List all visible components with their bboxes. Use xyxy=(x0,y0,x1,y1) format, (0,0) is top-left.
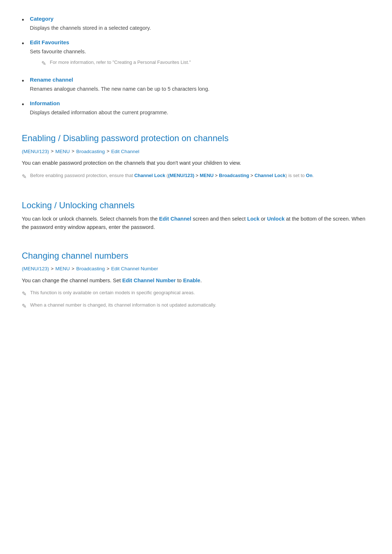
breadcrumb-item-edit-channel-1[interactable]: Edit Channel xyxy=(111,148,139,156)
bullet-content-edit-favourites: Edit Favourites Sets favourite channels.… xyxy=(30,38,370,70)
rename-channel-desc: Renames analogue channels. The new name … xyxy=(30,85,370,93)
section-title-changing-numbers: Changing channel numbers xyxy=(22,249,370,263)
pencil-icon: ✎ xyxy=(22,172,26,181)
breadcrumb-sep: > xyxy=(72,148,74,155)
link-menu123-note[interactable]: (MENU/123) xyxy=(168,173,194,178)
link-enable[interactable]: Enable xyxy=(183,278,200,283)
rename-channel-title[interactable]: Rename channel xyxy=(30,75,370,84)
bullet-dot: • xyxy=(22,99,24,110)
breadcrumb-item-menu123-2[interactable]: (MENU/123) xyxy=(22,265,49,273)
bullet-dot: • xyxy=(22,76,24,86)
bullet-dot: • xyxy=(22,38,24,49)
pencil-icon: ✎ xyxy=(22,289,26,299)
section-title-enable-disable: Enabling / Disabling password protection… xyxy=(22,131,370,145)
category-title[interactable]: Category xyxy=(30,15,370,23)
bullet-list: • Category Displays the channels stored … xyxy=(22,15,370,117)
breadcrumb-item-menu123-1[interactable]: (MENU/123) xyxy=(22,148,49,156)
list-item-rename-channel: • Rename channel Renames analogue channe… xyxy=(22,75,370,93)
breadcrumb-enable-disable: (MENU/123) > MENU > Broadcasting > Edit … xyxy=(22,148,370,156)
breadcrumb-sep: > xyxy=(51,148,54,155)
breadcrumb-sep: > xyxy=(72,265,74,273)
edit-favourites-title[interactable]: Edit Favourites xyxy=(30,38,370,47)
note-text-2-changing: When a channel number is changed, its ch… xyxy=(30,301,216,309)
breadcrumb-item-broadcasting-2[interactable]: Broadcasting xyxy=(76,265,105,273)
edit-favourites-desc: Sets favourite channels. xyxy=(30,48,370,56)
bullet-dot: • xyxy=(22,15,24,25)
category-desc: Displays the channels stored in a select… xyxy=(30,24,370,32)
link-channel-lock-1[interactable]: Channel Lock xyxy=(134,173,165,178)
section-note-enable-disable: ✎ Before enabling password protection, e… xyxy=(22,172,370,181)
link-broadcasting-note[interactable]: Broadcasting xyxy=(219,173,249,178)
list-item-information: • Information Displays detailed informat… xyxy=(22,99,370,117)
section-body-locking-unlocking: You can lock or unlock channels. Select … xyxy=(22,215,370,231)
link-menu-note[interactable]: MENU xyxy=(200,173,213,178)
section-body-changing-numbers: You can change the channel numbers. Set … xyxy=(22,276,370,285)
bullet-content-information: Information Displays detailed informatio… xyxy=(30,99,370,117)
breadcrumb-changing-numbers: (MENU/123) > MENU > Broadcasting > Edit … xyxy=(22,265,370,273)
note-text-1-changing: This function is only available on certa… xyxy=(30,289,195,296)
pencil-icon: ✎ xyxy=(22,301,26,311)
breadcrumb-item-edit-channel-number[interactable]: Edit Channel Number xyxy=(111,265,158,273)
breadcrumb-sep: > xyxy=(51,265,54,273)
breadcrumb-item-menu-2[interactable]: MENU xyxy=(56,265,70,273)
note-text-enable-disable: Before enabling password protection, ens… xyxy=(30,172,314,179)
breadcrumb-sep: > xyxy=(107,148,110,155)
section-body-enable-disable: You can enable password protection on th… xyxy=(22,159,370,167)
list-item-edit-favourites: • Edit Favourites Sets favourite channel… xyxy=(22,38,370,70)
note-1-changing-numbers: ✎ This function is only available on cer… xyxy=(22,289,370,299)
section-enable-disable-password: Enabling / Disabling password protection… xyxy=(22,131,370,181)
list-item-category: • Category Displays the channels stored … xyxy=(22,15,370,32)
edit-favourites-note: ✎ For more information, refer to "Creati… xyxy=(41,59,370,68)
pencil-icon: ✎ xyxy=(41,59,46,68)
link-unlock[interactable]: Unlock xyxy=(267,216,285,222)
link-on[interactable]: On xyxy=(306,173,313,178)
section-locking-unlocking: Locking / Unlocking channels You can loc… xyxy=(22,198,370,231)
information-title[interactable]: Information xyxy=(30,99,370,108)
link-channel-lock-2[interactable]: Channel Lock xyxy=(254,173,285,178)
notes-changing-numbers: ✎ This function is only available on cer… xyxy=(22,289,370,311)
link-lock[interactable]: Lock xyxy=(247,216,260,222)
note-2-changing-numbers: ✎ When a channel number is changed, its … xyxy=(22,301,370,311)
information-desc: Displays detailed information about the … xyxy=(30,108,370,117)
breadcrumb-sep: > xyxy=(107,265,110,273)
breadcrumb-item-broadcasting-1[interactable]: Broadcasting xyxy=(76,148,105,156)
link-edit-channel-number[interactable]: Edit Channel Number xyxy=(122,278,176,283)
breadcrumb-item-menu-1[interactable]: MENU xyxy=(56,148,70,156)
edit-favourites-note-text: For more information, refer to "Creating… xyxy=(50,59,191,66)
bullet-content-category: Category Displays the channels stored in… xyxy=(30,15,370,32)
section-title-locking-unlocking: Locking / Unlocking channels xyxy=(22,198,370,212)
bullet-content-rename-channel: Rename channel Renames analogue channels… xyxy=(30,75,370,93)
link-edit-channel-lock[interactable]: Edit Channel xyxy=(159,216,191,222)
section-changing-channel-numbers: Changing channel numbers (MENU/123) > ME… xyxy=(22,249,370,311)
